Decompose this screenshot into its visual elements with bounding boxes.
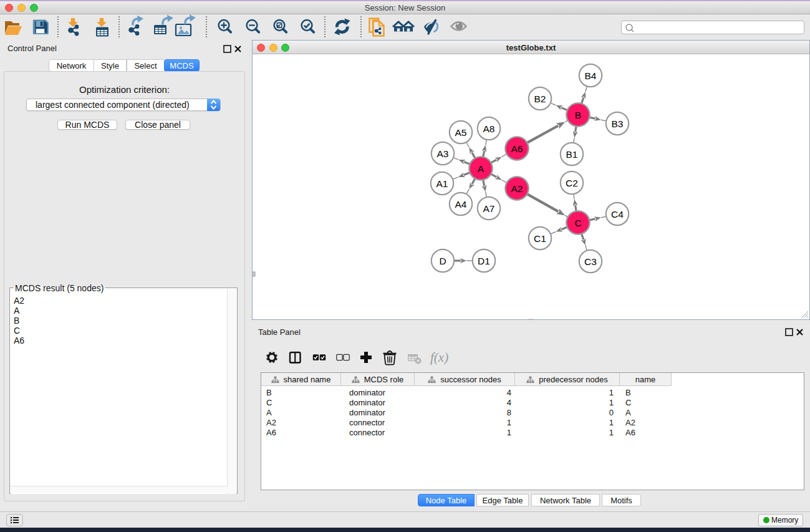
svg-text:C: C [574,218,581,228]
svg-text:A6: A6 [511,143,523,154]
svg-text:B3: B3 [612,118,624,129]
svg-text:A2: A2 [511,183,523,194]
svg-text:B1: B1 [566,149,578,160]
svg-text:C1: C1 [534,233,546,244]
svg-text:C2: C2 [566,178,578,188]
svg-text:A: A [478,163,485,174]
svg-text:A7: A7 [483,203,495,214]
svg-text:A1: A1 [436,178,448,189]
svg-text:B: B [575,110,581,120]
svg-text:A8: A8 [483,123,495,134]
svg-text:A5: A5 [455,127,467,138]
svg-text:f(x): f(x) [430,350,448,365]
svg-text:A4: A4 [455,199,467,210]
svg-text:C4: C4 [611,209,624,220]
svg-text:B4: B4 [585,70,597,81]
svg-text:B2: B2 [534,94,546,104]
svg-text:D: D [439,256,446,266]
svg-text:C3: C3 [584,256,597,267]
svg-text:A3: A3 [437,148,449,159]
svg-text:D1: D1 [478,256,490,266]
